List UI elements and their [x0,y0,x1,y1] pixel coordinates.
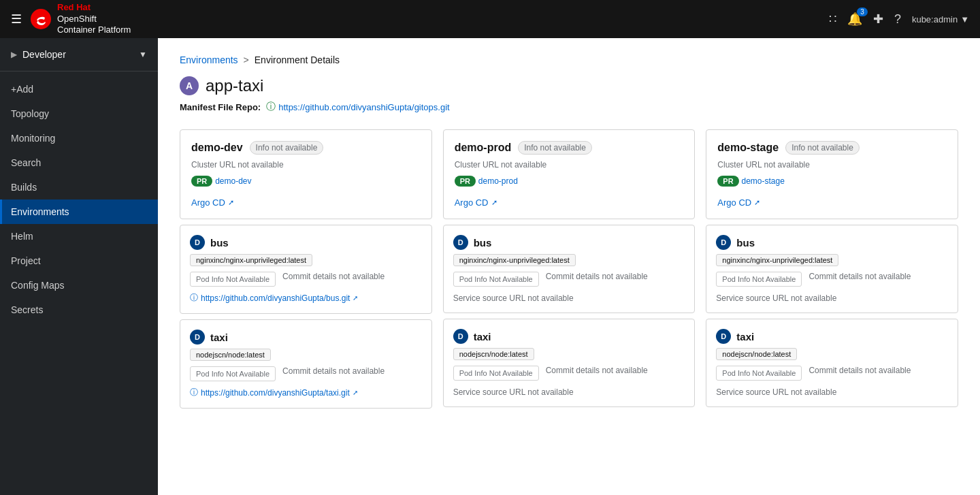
service-details: Pod Info Not Available Commit details no… [716,272,948,287]
main-content: Environments > Environment Details A app… [158,38,980,495]
sidebar-item-configmaps[interactable]: Config Maps [0,273,158,298]
service-icon: D [716,235,731,250]
external-icon: ➚ [353,294,358,302]
argocd-link[interactable]: Argo CD ➚ [717,197,947,208]
service-header: D bus [453,235,685,250]
sidebar-item-project[interactable]: Project [0,249,158,273]
pod-info-box: Pod Info Not Available [453,272,539,287]
service-name: bus [736,237,755,249]
pr-link[interactable]: demo-stage [742,176,785,186]
hamburger-menu-icon[interactable]: ☰ [11,12,22,27]
user-name: kube:admin [912,14,958,25]
env-card-header: demo-stage Info not available [717,141,947,155]
sidebar-item-secrets[interactable]: Secrets [0,298,158,322]
redhat-logo-icon [30,8,52,30]
env-column-demo-dev: demo-dev Info not available Cluster URL … [180,129,432,414]
env-column-demo-stage: demo-stage Info not available Cluster UR… [706,129,958,414]
pod-info-box: Pod Info Not Available [453,366,539,381]
commit-details: Commit details not available [546,272,648,281]
service-icon: D [453,329,468,344]
service-name: taxi [736,331,754,342]
pr-link[interactable]: demo-dev [215,176,251,186]
commit-details: Commit details not available [282,366,385,376]
service-name: bus [210,237,229,249]
manifest-row: Manifest File Repo: ⓘ https://github.com… [180,101,958,113]
service-details: Pod Info Not Available Commit details no… [716,366,948,381]
pr-badge: PR [191,176,212,187]
user-menu-caret: ▼ [960,14,969,25]
sidebar-item-monitoring[interactable]: Monitoring [0,126,158,150]
sidebar-navigation: +Add Topology Monitoring Search Builds E… [0,71,158,328]
env-card-demo-dev: demo-dev Info not available Cluster URL … [180,129,432,219]
service-details: Pod Info Not Available Commit details no… [190,272,422,287]
service-source-unavailable: Service source URL not available [453,387,574,397]
sidebar-item-search[interactable]: Search [0,150,158,175]
env-name: demo-dev [191,142,243,154]
image-badge: nodejscn/node:latest [453,348,534,360]
service-card-taxi-demo-dev: D taxi nodejscn/node:latest Pod Info Not… [180,319,432,409]
sidebar-item-environments[interactable]: Environments [0,199,158,224]
image-badge: nginxinc/nginx-unprivileged:latest [716,254,838,266]
manifest-url-text: https://github.com/divyanshiGupta/gitops… [278,102,449,112]
argocd-link[interactable]: Argo CD ➚ [191,197,421,208]
brand-logo: Red Hat OpenShift Container Platform [30,2,131,37]
cluster-url: Cluster URL not available [717,160,947,170]
service-card-bus-demo-stage: D bus nginxinc/nginx-unprivileged:latest… [706,225,958,313]
env-name: demo-prod [455,142,512,154]
cluster-url: Cluster URL not available [191,160,421,170]
context-label: Developer [22,49,66,60]
user-menu[interactable]: kube:admin ▼ [912,14,969,25]
git-source-icon: ⓘ [190,292,198,304]
notifications-icon[interactable]: 🔔 3 [847,12,862,27]
argocd-link[interactable]: Argo CD ➚ [455,197,684,208]
info-badge: Info not available [518,141,592,155]
service-icon: D [716,329,731,344]
service-card-taxi-demo-stage: D taxi nodejscn/node:latest Pod Info Not… [706,319,958,407]
service-header: D taxi [716,329,948,344]
service-header: D bus [716,235,948,250]
external-icon: ➚ [353,389,358,396]
pod-info-box: Pod Info Not Available [190,272,276,287]
image-badge: nodejscn/node:latest [716,348,797,360]
service-icon: D [453,235,468,250]
commit-details: Commit details not available [808,272,911,281]
manifest-label: Manifest File Repo: [180,102,261,112]
service-url-link[interactable]: ⓘ https://github.com/divyanshiGupta/bus.… [190,292,422,304]
external-link-icon: ➚ [754,198,760,207]
commit-details: Commit details not available [546,366,648,375]
pr-link[interactable]: demo-prod [478,176,518,186]
env-column-demo-prod: demo-prod Info not available Cluster URL… [443,129,696,414]
sidebar-item-topology[interactable]: Topology [0,101,158,126]
developer-context-icon: ▶ [11,50,17,59]
notifications-badge: 3 [857,7,868,16]
apps-grid-icon[interactable]: ∷ [829,12,836,27]
service-icon: D [190,330,205,345]
service-name: taxi [210,332,228,343]
pr-badge: PR [455,176,476,187]
image-badge: nodejscn/node:latest [190,349,271,361]
service-name: bus [474,237,492,249]
env-card-header: demo-dev Info not available [191,141,421,155]
env-name: demo-stage [717,142,779,154]
service-header: D taxi [453,329,685,344]
service-details: Pod Info Not Available Commit details no… [453,366,685,381]
app-avatar: A [180,76,199,95]
service-card-bus-demo-dev: D bus nginxinc/nginx-unprivileged:latest… [180,225,432,314]
service-name: taxi [474,331,491,342]
service-url-link[interactable]: ⓘ https://github.com/divyanshiGupta/taxi… [190,387,422,398]
service-header: D bus [190,235,422,250]
manifest-url-link[interactable]: ⓘ https://github.com/divyanshiGupta/gito… [266,101,449,113]
page-title: app-taxi [206,76,263,95]
help-icon[interactable]: ? [894,12,901,27]
context-switcher[interactable]: ▶ Developer ▼ [0,38,158,71]
top-navigation: ☰ Red Hat OpenShift Container Platform ∷… [0,0,980,38]
sidebar-item-add[interactable]: +Add [0,77,158,101]
sidebar-item-helm[interactable]: Helm [0,224,158,249]
add-circle-icon[interactable]: ✚ [873,12,883,27]
env-card-demo-prod: demo-prod Info not available Cluster URL… [443,129,696,219]
sidebar-item-builds[interactable]: Builds [0,175,158,199]
service-card-bus-demo-prod: D bus nginxinc/nginx-unprivileged:latest… [443,225,696,313]
image-badge: nginxinc/nginx-unprivileged:latest [453,254,576,266]
breadcrumb-environments-link[interactable]: Environments [180,54,238,65]
pod-info-box: Pod Info Not Available [190,366,276,381]
